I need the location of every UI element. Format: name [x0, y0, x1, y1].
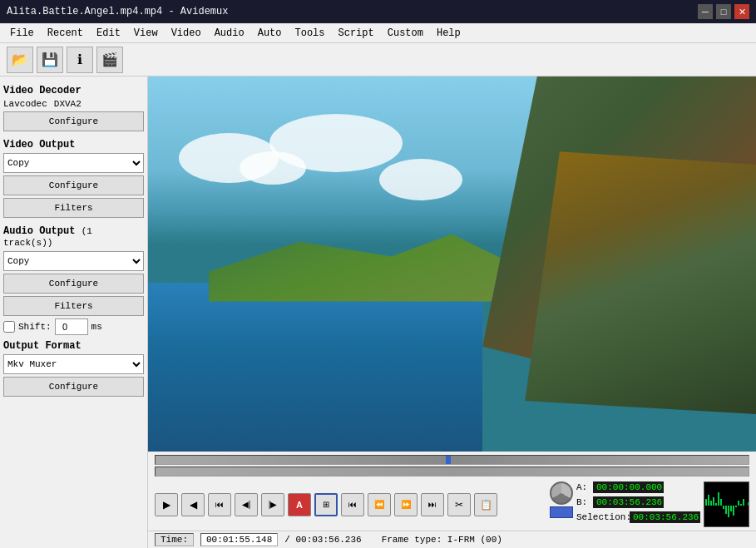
next-keyframe-button[interactable]: ⏩ [394, 493, 418, 516]
menu-video[interactable]: Video [165, 26, 208, 41]
audio-configure-button[interactable]: Configure [3, 274, 144, 294]
video-decoder-label: Video Decoder [3, 85, 144, 96]
go-end-button[interactable]: ⏭ [421, 493, 444, 516]
shift-checkbox[interactable] [3, 321, 15, 333]
a-row: A: 00:00:00.000 [576, 481, 700, 493]
shift-input[interactable] [55, 318, 88, 335]
cliff-texture [525, 151, 756, 414]
a-label: A: [576, 482, 590, 492]
titlebar: Alita.Battle.Angel.mp4.mp4 - Avidemux ─ … [0, 0, 756, 23]
maximize-button[interactable]: □ [716, 4, 731, 19]
audio-filters-button[interactable]: Filters [3, 296, 144, 316]
menu-view[interactable]: View [127, 26, 165, 41]
selection-label: Selection: [576, 512, 626, 522]
waveform-svg [704, 482, 749, 527]
video-output-select[interactable]: Copy Xvid x264 x265 [3, 153, 144, 173]
toolbar: 📂 💾 ℹ 🎬 [0, 43, 756, 77]
video-filters-button[interactable]: Filters [3, 198, 144, 218]
close-button[interactable]: ✕ [734, 4, 749, 19]
save-button[interactable]: 💾 [37, 47, 63, 73]
timeline-track2[interactable] [155, 467, 749, 476]
timeline-track1[interactable] [155, 455, 749, 465]
ab-selection-panel: A: 00:00:00.000 B: 00:03:56.236 Selectio… [576, 481, 700, 525]
audio-output-select[interactable]: Copy AAC MP3 AC3 [3, 251, 144, 271]
right-area: ▶ ◀ ⏮ ◀| |▶ A ⊞ ⏮ ⏪ ⏩ ⏭ ✂ 📋 [148, 77, 756, 548]
output-format-select[interactable]: Mkv Muxer MP4 Muxer AVI Muxer [3, 354, 144, 374]
menu-recent[interactable]: Recent [41, 26, 90, 41]
video-configure-button[interactable]: Configure [3, 175, 144, 195]
rewind-button[interactable]: ◀ [181, 493, 205, 516]
timeline-area [148, 452, 756, 478]
cloud4 [379, 159, 462, 200]
prev-keyframe-button[interactable]: ⏪ [368, 493, 391, 516]
open-button[interactable]: 📂 [7, 47, 33, 73]
titlebar-controls: ─ □ ✕ [698, 4, 749, 19]
titlebar-title: Alita.Battle.Angel.mp4.mp4 - Avidemux [7, 6, 228, 17]
selection-time: 00:03:56.236 [630, 511, 700, 523]
water [148, 283, 482, 452]
selection-row: Selection: 00:03:56.236 [576, 511, 700, 523]
minimize-button[interactable]: ─ [698, 4, 713, 19]
video-output-label: Video Output [3, 139, 144, 151]
menu-tools[interactable]: Tools [289, 26, 332, 41]
lavcodec-value: DXVA2 [54, 99, 82, 109]
video-decoder-configure-button[interactable]: Configure [3, 111, 144, 131]
film-button[interactable]: 🎬 [96, 47, 123, 73]
frame-type: Frame type: I-FRM (00) [382, 535, 502, 545]
menu-auto[interactable]: Auto [251, 26, 289, 41]
b-label: B: [576, 497, 590, 507]
shift-label: Shift: [18, 322, 52, 332]
statusbar: Time: 00:01:55.148 / 00:03:56.236 Frame … [148, 531, 756, 548]
left-panel: Video Decoder Lavcodec DXVA2 Configure V… [0, 77, 148, 548]
video-display [148, 77, 756, 452]
shift-unit: ms [91, 322, 102, 332]
info-button[interactable]: ℹ [67, 47, 93, 73]
output-configure-button[interactable]: Configure [3, 377, 144, 397]
right-controls: A: 00:00:00.000 B: 00:03:56.236 Selectio… [550, 481, 749, 527]
prev-frame-button[interactable]: ◀| [235, 493, 258, 516]
current-time: 00:01:55.148 [200, 533, 278, 546]
output-format-label: Output Format [3, 340, 144, 352]
mark-a-button[interactable]: A [288, 493, 311, 516]
time-label: Time: [155, 533, 194, 546]
menubar: File Recent Edit View Video Audio Auto T… [0, 23, 756, 43]
scrubber-wheel[interactable] [550, 481, 573, 505]
playback-controls: ▶ ◀ ⏮ ◀| |▶ A ⊞ ⏮ ⏪ ⏩ ⏭ ✂ 📋 [148, 478, 756, 531]
scrubber-icons [550, 481, 573, 518]
scrubber-block [550, 506, 573, 518]
next-frame-button[interactable]: |▶ [261, 493, 284, 516]
menu-script[interactable]: Script [332, 26, 381, 41]
waveform-display [704, 481, 749, 527]
mark-b-button[interactable]: ⊞ [314, 493, 338, 516]
coastline [209, 226, 513, 301]
menu-help[interactable]: Help [430, 26, 467, 41]
total-time: / 00:03:56.236 [284, 535, 361, 545]
controls-area: ▶ ◀ ⏮ ◀| |▶ A ⊞ ⏮ ⏪ ⏩ ⏭ ✂ 📋 [148, 452, 756, 548]
menu-audio[interactable]: Audio [208, 26, 251, 41]
b-time: 00:03:56.236 [593, 496, 664, 508]
menu-custom[interactable]: Custom [381, 26, 430, 41]
prev-frame-large-button[interactable]: ⏮ [208, 493, 231, 516]
paste-button[interactable]: 📋 [474, 493, 497, 516]
cut-button[interactable]: ✂ [447, 493, 471, 516]
menu-file[interactable]: File [3, 26, 41, 41]
play-button[interactable]: ▶ [155, 493, 178, 516]
main-area: Video Decoder Lavcodec DXVA2 Configure V… [0, 77, 756, 548]
menu-edit[interactable]: Edit [90, 26, 127, 41]
lavcodec-label: Lavcodec [3, 99, 47, 109]
video-scene [148, 77, 756, 452]
lavcodec-row: Lavcodec DXVA2 [3, 99, 144, 109]
go-begin-button[interactable]: ⏮ [341, 493, 364, 516]
cloud3 [269, 114, 403, 172]
b-row: B: 00:03:56.236 [576, 496, 700, 508]
timeline-marker [446, 456, 451, 464]
a-time: 00:00:00.000 [593, 481, 664, 493]
shift-row: Shift: ms [3, 318, 144, 335]
audio-output-label: Audio Output (1 track(s)) [3, 225, 144, 249]
